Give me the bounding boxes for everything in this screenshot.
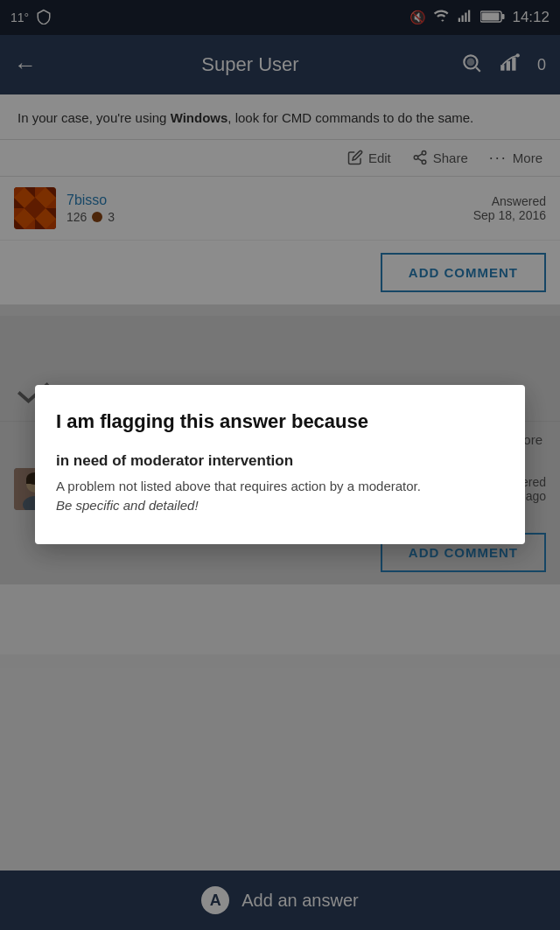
modal-reason-description: A problem not listed above that requires… — [56, 477, 504, 516]
modal-title: I am flagging this answer because — [56, 409, 504, 435]
modal-overlay[interactable]: I am flagging this answer because in nee… — [0, 0, 560, 930]
flag-modal: I am flagging this answer because in nee… — [35, 385, 525, 544]
modal-reason-title: in need of moderator intervention — [56, 452, 504, 470]
